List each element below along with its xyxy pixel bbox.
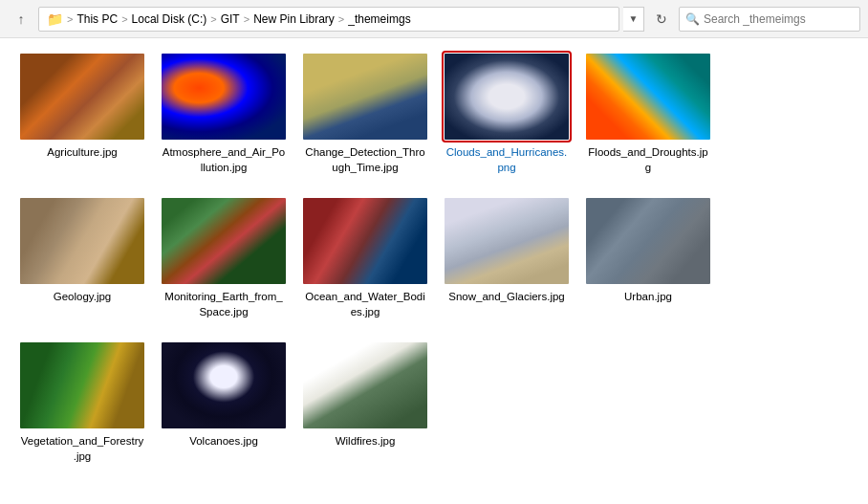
file-item-atmosphere[interactable]: Atmosphere_and_Air_Pollution.jpg [157,50,291,179]
file-label-monitoring: Monitoring_Earth_from_Space.jpg [162,289,286,319]
file-label-floods: Floods_and_Droughts.jpg [586,144,710,175]
file-item-clouds[interactable]: Clouds_and_Hurricanes.png [440,50,574,179]
file-item-urban[interactable]: Urban.jpg [581,194,715,323]
thumbnail-floods [586,54,710,140]
breadcrumb-newpinlibrary[interactable]: New Pin Library [253,12,335,26]
thumbnail-snow [445,198,569,284]
image-floods [586,54,710,140]
folder-icon: 📁 [47,11,63,27]
search-bar: 🔍 [679,7,860,32]
file-label-geology: Geology.jpg [54,289,112,304]
image-wildfires [303,342,427,428]
thumbnail-volcanoes [162,342,286,428]
search-icon: 🔍 [685,12,700,26]
sep-5: > [338,13,344,25]
thumbnail-vegetation [20,342,144,428]
thumbnail-agriculture [20,54,144,140]
search-input[interactable] [704,12,854,26]
file-item-monitoring[interactable]: Monitoring_Earth_from_Space.jpg [157,194,291,323]
sep-2: > [121,13,127,25]
address-bar: ↑ 📁 > This PC > Local Disk (C:) > GIT > … [0,0,868,38]
breadcrumb-git[interactable]: GIT [221,12,240,26]
thumbnail-change-detection [303,54,427,140]
file-item-geology[interactable]: Geology.jpg [15,194,149,323]
image-snow [445,198,569,284]
thumbnail-wildfires [303,342,427,428]
thumbnail-urban [586,198,710,284]
image-vegetation [20,342,144,428]
image-clouds [445,54,569,140]
file-label-agriculture: Agriculture.jpg [47,144,118,160]
file-grid: Agriculture.jpgAtmosphere_and_Air_Pollut… [0,38,868,504]
image-atmosphere [162,54,286,140]
sep-1: > [67,13,73,25]
file-label-wildfires: Wildfires.jpg [336,433,396,449]
thumbnail-atmosphere [162,54,286,140]
file-label-urban: Urban.jpg [624,289,672,304]
file-label-volcanoes: Volcanoes.jpg [189,433,258,449]
breadcrumb-thispc[interactable]: This PC [76,12,118,26]
file-label-snow: Snow_and_Glaciers.jpg [448,289,564,304]
file-label-atmosphere: Atmosphere_and_Air_Pollution.jpg [162,144,286,175]
breadcrumb-localdisk[interactable]: Local Disk (C:) [132,12,207,26]
file-label-clouds: Clouds_and_Hurricanes.png [445,144,569,175]
image-ocean [303,198,427,284]
image-monitoring [162,198,286,284]
file-item-ocean[interactable]: Ocean_and_Water_Bodies.jpg [298,194,432,323]
image-volcanoes [162,342,286,428]
refresh-button[interactable]: ↻ [648,6,675,33]
thumbnail-monitoring [162,198,286,284]
up-button[interactable]: ↑ [8,6,34,33]
thumbnail-geology [20,198,144,284]
file-item-volcanoes[interactable]: Volcanoes.jpg [157,339,291,468]
file-label-change-detection: Change_Detection_Through_Time.jpg [303,144,427,175]
file-item-agriculture[interactable]: Agriculture.jpg [15,50,149,179]
image-geology [20,198,144,284]
thumbnail-ocean [303,198,427,284]
file-label-ocean: Ocean_and_Water_Bodies.jpg [303,289,427,319]
breadcrumb: 📁 > This PC > Local Disk (C:) > GIT > Ne… [38,7,619,32]
file-item-change-detection[interactable]: Change_Detection_Through_Time.jpg [298,50,432,179]
file-item-wildfires[interactable]: Wildfires.jpg [298,339,432,468]
breadcrumb-dropdown-button[interactable]: ▼ [623,7,644,32]
thumbnail-clouds [445,54,569,140]
file-item-vegetation[interactable]: Vegetation_and_Forestry.jpg [15,339,149,468]
image-agriculture [20,54,144,140]
file-item-floods[interactable]: Floods_and_Droughts.jpg [581,50,715,179]
sep-3: > [210,13,216,25]
sep-4: > [244,13,250,25]
breadcrumb-themeimgs: _themeimgs [348,12,410,26]
image-change-detection [303,54,427,140]
image-urban [586,198,710,284]
file-label-vegetation: Vegetation_and_Forestry.jpg [20,433,144,464]
file-item-snow[interactable]: Snow_and_Glaciers.jpg [440,194,574,323]
